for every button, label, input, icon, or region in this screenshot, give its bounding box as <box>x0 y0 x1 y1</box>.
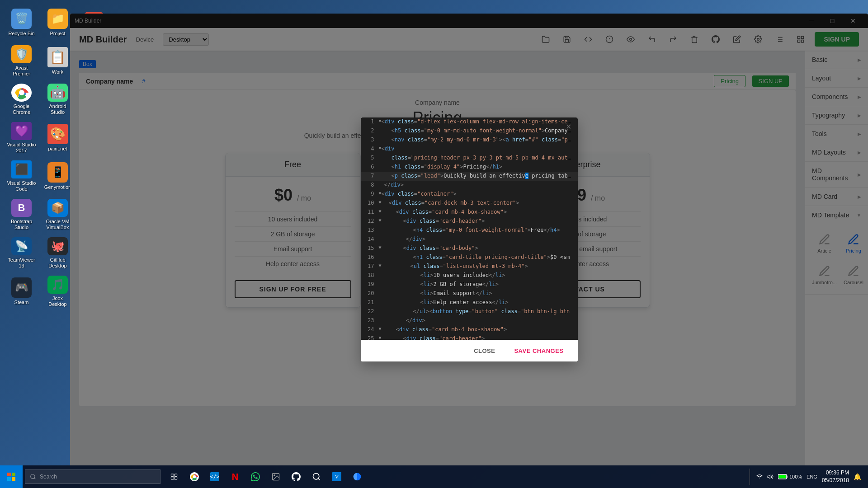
desktop-icon-android-studio[interactable]: 🤖 Android Studio <box>41 81 75 117</box>
code-line-8: 8 </div> <box>361 181 578 190</box>
svg-line-23 <box>34 478 36 479</box>
desktop-icon-vscode[interactable]: ⬛ Visual Studio Code <box>5 158 38 194</box>
taskbar-show-desktop[interactable] <box>750 469 752 485</box>
code-line-6: 6 <h1 class="display-4">Pricing</h1> <box>361 163 578 172</box>
desktop-icon-github-desktop[interactable]: 🐙 GitHub Desktop <box>41 235 75 271</box>
code-line-24: 24 ▼ <div class="card mb-4 box-shadow"> <box>361 325 578 334</box>
desktop-icon-joox[interactable]: 🎵 Joox Desktop <box>41 273 75 310</box>
svg-line-36 <box>318 479 320 480</box>
notification-icon[interactable]: 🔔 <box>854 473 861 480</box>
code-line-4: 4 ▼ <div <box>361 145 578 154</box>
start-button[interactable] <box>0 465 23 488</box>
taskbar-icon-vs-blue[interactable]: V <box>328 468 346 486</box>
svg-point-22 <box>31 474 35 479</box>
desktop-icon-virtualbox[interactable]: 📦 Oracle VM VirtualBox <box>41 197 75 233</box>
code-line-12: 12 ▼ <div class="card-header"> <box>361 217 578 226</box>
svg-rect-20 <box>7 477 11 481</box>
code-line-25: 25 ▼ <div class="card-header"> <box>361 334 578 340</box>
desktop-icon-genymotion[interactable]: 📱 Genymotion <box>41 158 75 194</box>
modal-close-btn[interactable]: CLOSE <box>467 345 502 357</box>
taskbar-icon-chrome[interactable] <box>185 468 203 486</box>
network-icon <box>756 474 763 480</box>
modal-save-btn[interactable]: SAVE CHANGES <box>507 345 571 357</box>
svg-rect-18 <box>7 473 11 476</box>
taskbar-icon-vscode[interactable]: </> <box>206 468 224 486</box>
battery-percentage: 100% <box>789 474 802 479</box>
code-line-10: 10 ▼ <div class="card-deck mb-3 text-cen… <box>361 199 578 208</box>
modal-close-button[interactable]: ✕ <box>563 121 574 132</box>
code-line-13: 13 <h4 class="my-0 font-weight-normal">F… <box>361 226 578 235</box>
taskbar-icon-zoom[interactable] <box>307 468 326 486</box>
code-line-14: 14 </div> <box>361 235 578 244</box>
svg-point-2 <box>19 90 24 95</box>
code-line-17: 17 ▼ <ul class="list-unstyled mt-3 mb-4"… <box>361 262 578 271</box>
app-window: MD Builder ─ □ ✕ MD Builder Device Deskt… <box>70 14 868 465</box>
taskbar: Search </> N <box>0 465 868 488</box>
desktop-icon-chrome[interactable]: Google Chrome <box>5 81 38 117</box>
svg-text:V: V <box>335 474 339 479</box>
code-line-1: 1 ▼ <div class="d-flex flex-column flex-… <box>361 117 578 127</box>
speaker-icon <box>767 474 774 480</box>
code-line-19: 19 <li>2 GB of storage</li> <box>361 280 578 289</box>
keyboard-icon: ENG <box>807 474 817 479</box>
taskbar-icon-blue-app[interactable] <box>348 468 366 486</box>
desktop-icon-teamviewer[interactable]: 📡 TeamViewer 13 <box>5 235 38 271</box>
desktop-icon-bootstrap-studio[interactable]: B Bootstrap Studio <box>5 197 38 233</box>
code-line-21: 21 <li>Help center access</li> <box>361 298 578 307</box>
code-line-22: 22 </ul><button type="button" class="btn… <box>361 307 578 316</box>
svg-rect-19 <box>12 473 15 476</box>
clock-display: 09:36 PM 05/07/2018 <box>822 469 849 484</box>
code-line-9: 9 ▼ <div class="container"> <box>361 190 578 199</box>
taskbar-icon-netflix[interactable]: N <box>226 468 244 486</box>
taskbar-search[interactable]: Search <box>25 469 160 484</box>
code-line-18: 18 <li>10 users included</li> <box>361 271 578 280</box>
desktop-icon-vs2017[interactable]: 💜 Visual Studio 2017 <box>5 120 38 156</box>
svg-rect-27 <box>175 477 177 479</box>
taskbar-icon-task-view[interactable] <box>165 468 183 486</box>
taskbar-items: </> N V <box>165 468 750 486</box>
code-line-3: 3 <nav class="my-2 my-md-0 mr-md-3"><a h… <box>361 136 578 145</box>
code-line-16: 16 <h1 class="card-title pricing-card-ti… <box>361 253 578 262</box>
code-line-5: 5 class="pricing-header px-3 py-3 pt-md-… <box>361 154 578 163</box>
taskbar-right: 100% ENG 09:36 PM 05/07/2018 🔔 <box>750 469 868 485</box>
desktop-icon-paintnet[interactable]: 🎨 paint.net <box>41 120 75 156</box>
svg-marker-40 <box>768 475 770 479</box>
modal-footer: CLOSE SAVE CHANGES <box>361 340 578 361</box>
desktop: 🗑️ Recycle Bin 📁 Project 🚀 🛡️ Avast Prem… <box>0 0 868 488</box>
desktop-icon-steam[interactable]: 🎮 Steam <box>5 273 38 310</box>
svg-text:</>: </> <box>210 474 219 480</box>
time-value: 09:36 PM <box>822 469 849 477</box>
desktop-icon-recycle-bin[interactable]: 🗑️ Recycle Bin <box>5 5 38 41</box>
svg-rect-25 <box>175 474 177 476</box>
code-line-20: 20 <li>Email support</li> <box>361 289 578 298</box>
svg-rect-42 <box>778 475 786 479</box>
desktop-icon-project[interactable]: 📁 Project <box>41 5 75 41</box>
svg-rect-26 <box>171 477 174 479</box>
desktop-icon-work[interactable]: 📋 Work <box>41 43 75 79</box>
svg-point-30 <box>193 475 196 479</box>
code-modal: ✕ 1 ▼ <div class="d-flex flex-column fle… <box>361 117 578 361</box>
taskbar-icon-whatsapp[interactable] <box>246 468 264 486</box>
date-value: 05/07/2018 <box>822 477 849 484</box>
taskbar-icon-photos[interactable] <box>267 468 285 486</box>
svg-point-34 <box>274 475 275 476</box>
code-line-11: 11 ▼ <div class="card mb-4 box-shadow"> <box>361 208 578 217</box>
modal-overlay[interactable]: ✕ 1 ▼ <div class="d-flex flex-column fle… <box>70 14 868 465</box>
code-line-15: 15 ▼ <div class="card-body"> <box>361 244 578 253</box>
code-editor: 1 ▼ <div class="d-flex flex-column flex-… <box>361 117 578 340</box>
svg-rect-24 <box>171 474 174 476</box>
code-line-7: 7 <p class="lead">Quickly build an effec… <box>361 172 578 181</box>
svg-rect-21 <box>12 477 15 481</box>
battery-indicator: 100% <box>778 474 802 479</box>
svg-point-35 <box>313 474 319 479</box>
battery-icon <box>778 474 788 479</box>
taskbar-icon-github[interactable] <box>287 468 305 486</box>
code-line-2: 2 <h5 class="my-0 mr-md-auto font-weight… <box>361 127 578 136</box>
code-line-23: 23 </div> <box>361 316 578 325</box>
desktop-icon-avast[interactable]: 🛡️ Avast Premier <box>5 43 38 79</box>
